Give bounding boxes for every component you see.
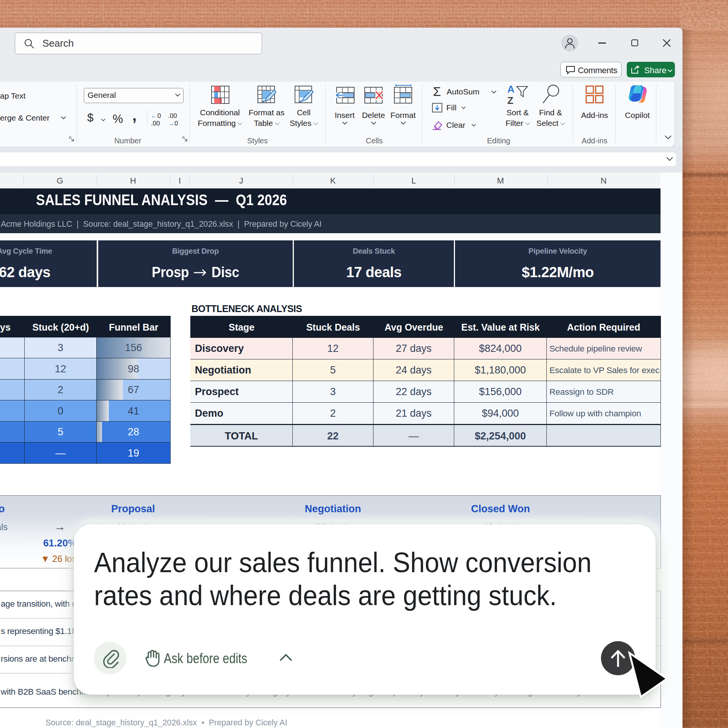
svg-text:A: A — [507, 84, 515, 95]
svg-text:Z: Z — [507, 95, 513, 106]
